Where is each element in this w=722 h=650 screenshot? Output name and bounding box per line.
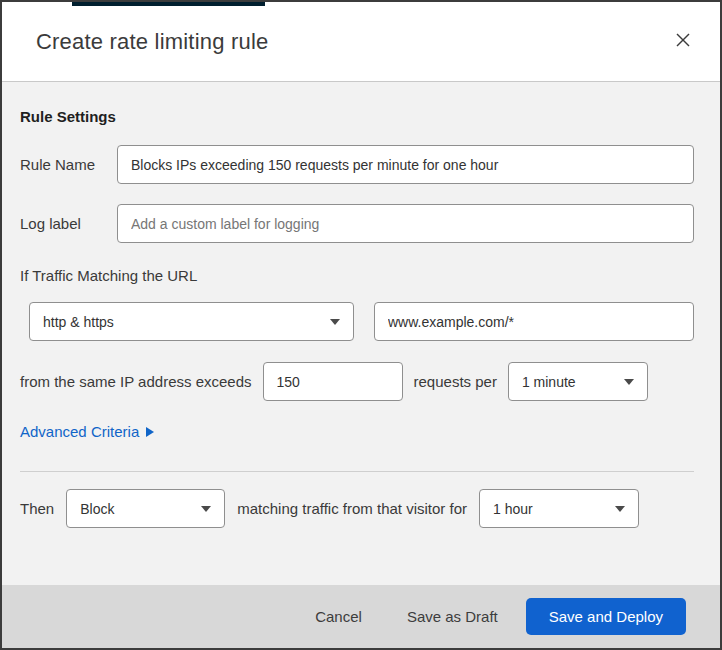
threshold-prefix-text: from the same IP address exceeds: [20, 373, 252, 390]
cancel-button[interactable]: Cancel: [315, 608, 362, 625]
log-label-input[interactable]: [117, 204, 694, 243]
dialog-body: Rule Settings Rule Name Log label If Tra…: [2, 82, 720, 585]
chevron-down-icon: [624, 379, 634, 385]
page-behind-strip: [72, 2, 265, 6]
rule-settings-heading: Rule Settings: [20, 108, 694, 125]
duration-selected-value: 1 hour: [493, 501, 533, 517]
threshold-row: from the same IP address exceeds request…: [20, 362, 694, 401]
save-and-deploy-button[interactable]: Save and Deploy: [526, 598, 686, 635]
chevron-down-icon: [615, 506, 625, 512]
advanced-criteria-label: Advanced Criteria: [20, 423, 139, 440]
action-middle-text: matching traffic from that visitor for: [237, 500, 467, 517]
duration-select[interactable]: 1 hour: [479, 489, 639, 528]
action-selected-value: Block: [80, 501, 114, 517]
then-text: Then: [20, 500, 54, 517]
period-selected-value: 1 minute: [522, 374, 576, 390]
rule-name-input[interactable]: [117, 145, 694, 184]
threshold-suffix-text: requests per: [414, 373, 497, 390]
close-icon: [675, 32, 691, 51]
url-match-row: http & https: [20, 302, 694, 341]
action-row: Then Block matching traffic from that vi…: [20, 489, 694, 528]
traffic-match-intro: If Traffic Matching the URL: [20, 267, 694, 284]
dialog-footer: Cancel Save as Draft Save and Deploy: [2, 585, 720, 648]
url-pattern-input[interactable]: [374, 302, 694, 341]
rule-name-row: Rule Name: [20, 145, 694, 184]
action-select[interactable]: Block: [66, 489, 225, 528]
create-rate-limiting-rule-dialog: Create rate limiting rule Rule Settings …: [0, 0, 722, 650]
log-label-label: Log label: [20, 215, 117, 232]
advanced-criteria-link[interactable]: Advanced Criteria: [20, 423, 154, 440]
log-label-row: Log label: [20, 204, 694, 243]
period-select[interactable]: 1 minute: [508, 362, 648, 401]
save-as-draft-button[interactable]: Save as Draft: [407, 608, 498, 625]
dialog-header: Create rate limiting rule: [2, 2, 720, 82]
scheme-select[interactable]: http & https: [29, 302, 354, 341]
arrow-right-icon: [146, 427, 154, 437]
page-title: Create rate limiting rule: [36, 29, 268, 55]
close-button[interactable]: [668, 27, 698, 57]
request-count-input[interactable]: [263, 362, 403, 401]
chevron-down-icon: [201, 506, 211, 512]
rule-name-label: Rule Name: [20, 156, 117, 173]
section-divider: [20, 471, 694, 472]
scheme-selected-value: http & https: [43, 314, 114, 330]
chevron-down-icon: [330, 319, 340, 325]
